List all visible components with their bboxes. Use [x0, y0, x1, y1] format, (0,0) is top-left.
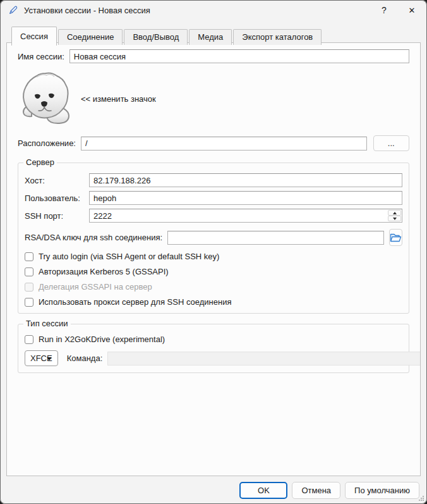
- help-button[interactable]: ?: [370, 1, 398, 20]
- kerberos-checkbox[interactable]: [25, 267, 33, 276]
- spin-down-button[interactable]: [388, 216, 401, 221]
- session-type-dropdown[interactable]: XFCE: [25, 350, 58, 366]
- auto-login-checkbox-row[interactable]: Try auto login (via SSH Agent or default…: [25, 252, 402, 261]
- arrow-up-icon: [393, 212, 397, 214]
- session-type-row: XFCE Команда:: [25, 350, 402, 366]
- session-type-groupbox: Тип сессии Run in X2GoKDrive (experiment…: [18, 324, 409, 373]
- tab-media[interactable]: Медиа: [189, 29, 232, 45]
- gssapi-delegation-checkbox-row: Делегация GSSAPI на сервер: [25, 282, 402, 292]
- arrow-down-icon: [393, 218, 397, 220]
- window-title: Установки сессии - Новая сессия: [24, 6, 370, 15]
- session-icon-row: << изменить значок: [18, 71, 409, 126]
- kerberos-label: Авторизация Kerberos 5 (GSSAPI): [39, 267, 169, 276]
- ssh-key-input[interactable]: [167, 231, 384, 245]
- session-name-input[interactable]: [69, 49, 409, 63]
- tab-bar: Сессия Соединение Ввод/Вывод Медиа Экспо…: [11, 27, 323, 45]
- browse-location-button[interactable]: ...: [373, 135, 409, 151]
- ssh-port-label: SSH порт:: [25, 211, 89, 221]
- command-input: [107, 352, 421, 366]
- auto-login-checkbox[interactable]: [25, 252, 33, 261]
- browse-key-button[interactable]: [389, 229, 402, 246]
- tab-shared-folders[interactable]: Экспорт каталогов: [233, 29, 322, 45]
- ssh-key-label: RSA/DSA ключ для ssh соединения:: [25, 233, 162, 242]
- ok-button[interactable]: OK: [239, 482, 287, 499]
- pen-icon: [8, 5, 18, 15]
- server-group-title: Сервер: [23, 157, 57, 167]
- chevron-down-icon: [47, 357, 52, 360]
- location-label: Расположение:: [18, 138, 76, 148]
- kdrive-checkbox-row[interactable]: Run in X2GoKDrive (experimental): [25, 335, 402, 344]
- location-row: Расположение: ...: [18, 135, 409, 151]
- gssapi-delegation-checkbox: [25, 283, 33, 292]
- ssh-key-row: RSA/DSA ключ для ssh соединения:: [25, 229, 402, 246]
- spin-up-button[interactable]: [388, 210, 401, 216]
- session-name-label: Имя сессии:: [18, 52, 64, 61]
- host-label: Хост:: [25, 176, 89, 185]
- host-input[interactable]: [89, 173, 402, 187]
- cancel-button[interactable]: Отмена: [292, 482, 340, 499]
- tab-input-output[interactable]: Ввод/Вывод: [124, 29, 188, 45]
- kdrive-label: Run in X2GoKDrive (experimental): [39, 335, 165, 344]
- user-label: Пользователь:: [25, 194, 89, 203]
- folder-open-icon: [390, 233, 402, 243]
- session-preferences-dialog: Установки сессии - Новая сессия ? ✕ Сесс…: [0, 0, 427, 504]
- command-label: Команда:: [67, 353, 103, 363]
- auto-login-label: Try auto login (via SSH Agent or default…: [39, 252, 219, 261]
- host-row: Хост:: [25, 173, 402, 187]
- dialog-footer: OK Отмена По умолчанию: [0, 476, 427, 504]
- user-input[interactable]: [89, 191, 402, 205]
- tab-connection[interactable]: Соединение: [58, 29, 123, 45]
- session-tab-panel: Имя сессии:: [6, 42, 421, 476]
- server-groupbox: Сервер Хост: Пользователь: SSH порт:: [18, 163, 409, 314]
- session-name-row: Имя сессии:: [18, 49, 409, 63]
- ssh-port-input[interactable]: [89, 209, 402, 223]
- kdrive-checkbox[interactable]: [25, 335, 33, 344]
- ssh-proxy-checkbox-row[interactable]: Использовать прокси сервер для SSH соеди…: [25, 297, 402, 307]
- defaults-button[interactable]: По умолчанию: [345, 482, 419, 499]
- user-row: Пользователь:: [25, 191, 402, 205]
- session-type-group-title: Тип сессии: [23, 319, 71, 328]
- ssh-port-row: SSH порт:: [25, 209, 402, 223]
- session-icon-button[interactable]: [18, 71, 75, 126]
- ssh-proxy-checkbox[interactable]: [25, 298, 33, 307]
- spin-buttons: [388, 210, 401, 221]
- close-icon[interactable]: ✕: [398, 1, 426, 20]
- kerberos-checkbox-row[interactable]: Авторизация Kerberos 5 (GSSAPI): [25, 267, 402, 276]
- ssh-proxy-label: Использовать прокси сервер для SSH соеди…: [39, 297, 232, 307]
- titlebar: Установки сессии - Новая сессия ? ✕: [0, 0, 427, 20]
- resize-grip[interactable]: [419, 496, 424, 501]
- seal-icon: [18, 71, 75, 126]
- location-input[interactable]: [81, 137, 367, 151]
- change-icon-label: << изменить значок: [81, 94, 156, 104]
- tab-session[interactable]: Сессия: [11, 27, 57, 46]
- ssh-port-spinbox: [89, 209, 402, 223]
- gssapi-delegation-label: Делегация GSSAPI на сервер: [39, 282, 152, 292]
